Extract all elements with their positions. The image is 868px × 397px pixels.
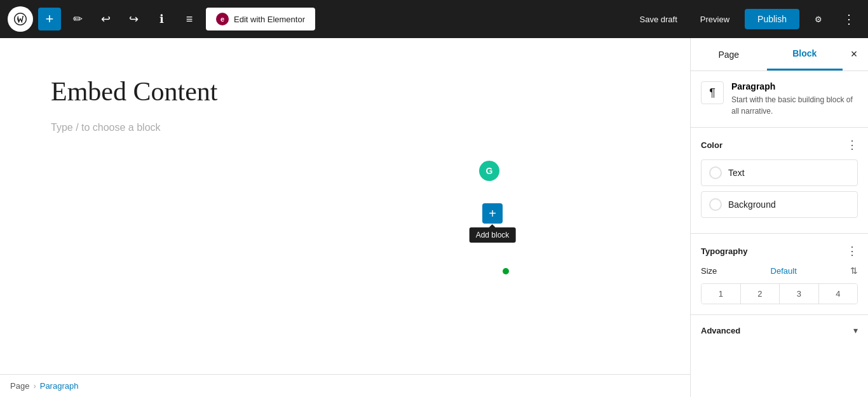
advanced-header[interactable]: Advanced ▾ [701, 325, 858, 335]
status-dot [503, 268, 509, 274]
preview-button[interactable]: Preview [693, 10, 737, 29]
block-info-section: ¶ Paragraph Start with the basic buildin… [691, 71, 868, 128]
list-view-button[interactable]: ≡ [178, 8, 201, 30]
publish-button[interactable]: Publish [745, 9, 799, 29]
edit-with-elementor-button[interactable]: e Edit with Elementor [206, 8, 315, 30]
list-icon: ≡ [186, 13, 193, 26]
background-color-label: Background [728, 199, 776, 210]
size-label: Size [701, 266, 717, 276]
text-color-option[interactable]: Text [701, 159, 858, 186]
size-button-3[interactable]: 3 [780, 284, 819, 304]
undo-button[interactable]: ↩ [94, 8, 117, 30]
block-placeholder[interactable]: Type / to choose a block [51, 122, 639, 133]
main-layout: Embed Content Type / to choose a block G… [0, 38, 868, 397]
wordpress-logo[interactable] [8, 6, 33, 32]
elementor-icon: e [216, 13, 229, 25]
add-block-toolbar-button[interactable]: + [38, 8, 61, 30]
text-color-circle [709, 166, 722, 179]
redo-icon: ↪ [129, 12, 139, 26]
typography-section-header: Typography ⋮ [701, 244, 858, 258]
color-section-header: Color ⋮ [701, 138, 858, 152]
more-options-button[interactable]: ⋮ [837, 8, 860, 30]
size-button-1[interactable]: 1 [702, 284, 741, 304]
redo-button[interactable]: ↪ [122, 8, 145, 30]
color-section-title: Color [701, 140, 722, 150]
advanced-section-title: Advanced [701, 326, 740, 335]
text-color-label: Text [728, 168, 745, 178]
main-toolbar: + ✏ ↩ ↪ ℹ ≡ e Edit with Elementor Save d… [0, 0, 868, 38]
size-row: Size Default ⇅ [701, 266, 858, 276]
size-button-2[interactable]: 2 [741, 284, 780, 304]
sidebar-panel: Page Block × ¶ Paragraph Start with the … [690, 38, 868, 397]
block-name: Paragraph [731, 81, 858, 91]
typography-section-title: Typography [701, 246, 747, 256]
elementor-button-label: Edit with Elementor [234, 15, 305, 24]
size-default-value: Default [771, 266, 797, 276]
tab-page[interactable]: Page [691, 39, 767, 70]
advanced-section: Advanced ▾ [691, 315, 868, 346]
page-title: Embed Content [51, 76, 639, 107]
breadcrumb-separator: › [33, 381, 36, 391]
undo-icon: ↩ [101, 12, 111, 26]
color-section: Color ⋮ Text Background [691, 128, 868, 234]
grammarly-icon: G [479, 161, 499, 181]
sidebar-close-button[interactable]: × [843, 43, 865, 66]
chevron-down-icon: ▾ [853, 325, 858, 335]
tab-block[interactable]: Block [767, 38, 843, 71]
breadcrumb: Page › Paragraph [0, 374, 690, 397]
breadcrumb-page: Page [10, 381, 29, 391]
toolbar-right-actions: Save draft Preview Publish ⚙ ⋮ [632, 8, 860, 30]
info-icon: ℹ [159, 12, 164, 26]
gear-icon: ⚙ [815, 15, 822, 24]
block-description: Start with the basic building block of a… [731, 94, 858, 117]
color-more-button[interactable]: ⋮ [846, 138, 858, 152]
add-block-button[interactable]: + [482, 203, 503, 224]
background-color-circle [709, 198, 722, 211]
breadcrumb-current[interactable]: Paragraph [40, 381, 79, 391]
add-block-tooltip: Add block [470, 227, 516, 243]
editor-area[interactable]: Embed Content Type / to choose a block G… [0, 38, 690, 397]
add-block-plus-icon: + [489, 206, 496, 221]
size-controls-button[interactable]: ⇅ [850, 266, 858, 276]
block-info-text: Paragraph Start with the basic building … [731, 81, 858, 117]
paragraph-block-icon: ¶ [701, 81, 724, 104]
typography-section: Typography ⋮ Size Default ⇅ 1 2 3 4 [691, 234, 868, 315]
background-color-option[interactable]: Background [701, 191, 858, 218]
add-block-area: + Add block [482, 203, 503, 224]
size-button-4[interactable]: 4 [819, 284, 858, 304]
info-button[interactable]: ℹ [150, 8, 173, 30]
edit-pen-button[interactable]: ✏ [66, 8, 89, 30]
plus-icon: + [46, 11, 54, 27]
ellipsis-icon: ⋮ [843, 11, 855, 27]
sidebar-tabs: Page Block × [691, 38, 868, 71]
save-draft-button[interactable]: Save draft [632, 10, 685, 29]
size-buttons-group: 1 2 3 4 [701, 283, 858, 304]
typography-more-button[interactable]: ⋮ [846, 244, 858, 258]
settings-button[interactable]: ⚙ [807, 8, 830, 30]
pen-icon: ✏ [73, 12, 83, 26]
